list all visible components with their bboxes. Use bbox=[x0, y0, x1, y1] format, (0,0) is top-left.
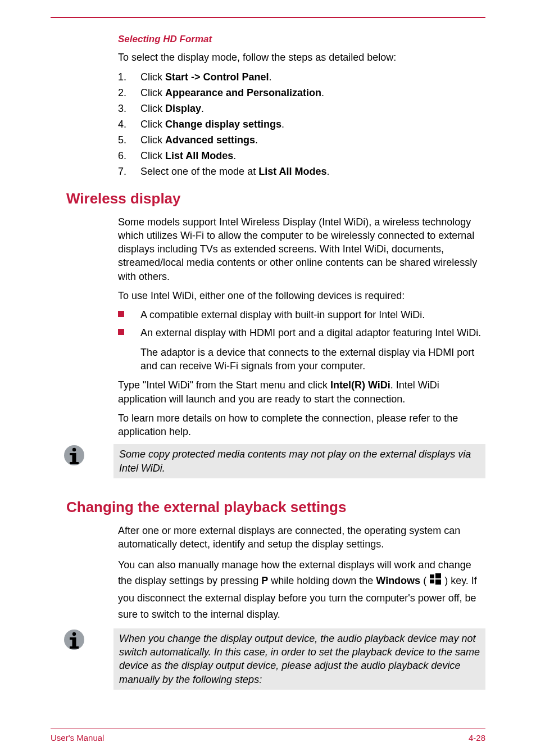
bullet-square-icon bbox=[118, 329, 124, 335]
info-icon bbox=[51, 444, 113, 467]
step-item: Click Appearance and Personalization. bbox=[118, 85, 485, 101]
footer-left: User's Manual bbox=[51, 733, 104, 743]
step-pre: Click bbox=[140, 134, 165, 146]
bullet-item: A compatible external display with built… bbox=[118, 308, 485, 322]
svg-rect-12 bbox=[70, 646, 79, 649]
p2-windows: Windows bbox=[376, 576, 420, 587]
intro-paragraph: To select the display mode, follow the s… bbox=[118, 51, 485, 64]
wireless-p2: To use Intel WiDi, either one of the fol… bbox=[118, 289, 485, 302]
heading-changing-playback: Changing the external playback settings bbox=[66, 499, 485, 516]
p2-P: P bbox=[261, 576, 268, 587]
bullet-subpara: The adaptor is a device that connects to… bbox=[140, 346, 485, 373]
step-pre: Click bbox=[140, 103, 165, 114]
step-pre: Select one of the mode at bbox=[140, 166, 258, 177]
p2-b: while holding down the bbox=[268, 576, 376, 587]
svg-point-10 bbox=[72, 632, 76, 636]
svg-rect-7 bbox=[430, 580, 434, 583]
step-item: Click Change display settings. bbox=[118, 117, 485, 133]
step-post: . bbox=[269, 71, 272, 83]
wireless-p1: Some models support Intel Wireless Displ… bbox=[118, 215, 485, 283]
svg-point-1 bbox=[72, 448, 76, 451]
windows-key-icon bbox=[429, 573, 442, 590]
svg-rect-8 bbox=[435, 580, 441, 585]
step-item: Click Start -> Control Panel. bbox=[118, 70, 485, 85]
bullet-text: A compatible external display with built… bbox=[140, 309, 425, 320]
step-bold: List All Modes bbox=[258, 166, 326, 177]
step-post: . bbox=[201, 103, 204, 114]
bullet-square-icon bbox=[118, 311, 124, 317]
heading-wireless-display: Wireless display bbox=[66, 190, 485, 207]
step-bold: List All Modes bbox=[165, 150, 233, 161]
step-item: Click Display. bbox=[118, 101, 485, 117]
svg-rect-3 bbox=[70, 462, 79, 464]
step-bold: Display bbox=[165, 103, 201, 114]
step-post: . bbox=[281, 119, 284, 130]
step-item: Click List All Modes. bbox=[118, 148, 485, 164]
p3-pre: Type "Intel WiDi" from the Start menu an… bbox=[118, 379, 330, 391]
svg-rect-4 bbox=[70, 453, 74, 455]
step-bold: Change display settings bbox=[165, 119, 281, 130]
step-item: Select one of the mode at List All Modes… bbox=[118, 164, 485, 180]
note-text-2: When you change the display output devic… bbox=[113, 628, 485, 690]
note-row-1: Some copy protected media contents may n… bbox=[51, 444, 485, 478]
step-pre: Click bbox=[140, 71, 165, 83]
p3-bold: Intel(R) WiDi bbox=[330, 379, 390, 391]
step-post: . bbox=[321, 87, 324, 98]
step-bold: Start -> Control Panel bbox=[165, 71, 269, 83]
steps-list: Click Start -> Control Panel. Click Appe… bbox=[118, 70, 485, 179]
subsection-heading: Selecting HD Format bbox=[118, 34, 485, 45]
wireless-p4: To learn more details on how to complete… bbox=[118, 411, 485, 439]
step-pre: Click bbox=[140, 119, 165, 130]
changing-p1: After one or more external displays are … bbox=[118, 524, 485, 551]
footer-right: 4-28 bbox=[469, 733, 485, 743]
step-pre: Click bbox=[140, 150, 165, 161]
bullet-item: An external display with HDMI port and a… bbox=[118, 326, 485, 373]
wireless-bullets: A compatible external display with built… bbox=[118, 308, 485, 373]
info-icon bbox=[51, 628, 113, 651]
step-post: . bbox=[255, 134, 258, 146]
note-text-1: Some copy protected media contents may n… bbox=[113, 444, 485, 478]
step-item: Click Advanced settings. bbox=[118, 133, 485, 148]
svg-rect-5 bbox=[430, 574, 434, 578]
step-post: . bbox=[233, 150, 236, 161]
note-row-2: When you change the display output devic… bbox=[51, 628, 485, 690]
bullet-text: An external display with HDMI port and a… bbox=[140, 327, 481, 338]
svg-rect-6 bbox=[435, 573, 441, 578]
wireless-p3: Type "Intel WiDi" from the Start menu an… bbox=[118, 378, 485, 406]
page: Selecting HD Format To select the displa… bbox=[0, 0, 536, 756]
step-pre: Click bbox=[140, 87, 165, 98]
top-rule bbox=[51, 17, 485, 18]
step-bold: Appearance and Personalization bbox=[165, 87, 321, 98]
step-post: . bbox=[326, 166, 329, 177]
changing-p2: You can also manually manage how the ext… bbox=[118, 557, 485, 623]
footer: User's Manual 4-28 bbox=[51, 728, 485, 743]
svg-rect-13 bbox=[70, 637, 74, 640]
step-bold: Advanced settings bbox=[165, 134, 255, 146]
